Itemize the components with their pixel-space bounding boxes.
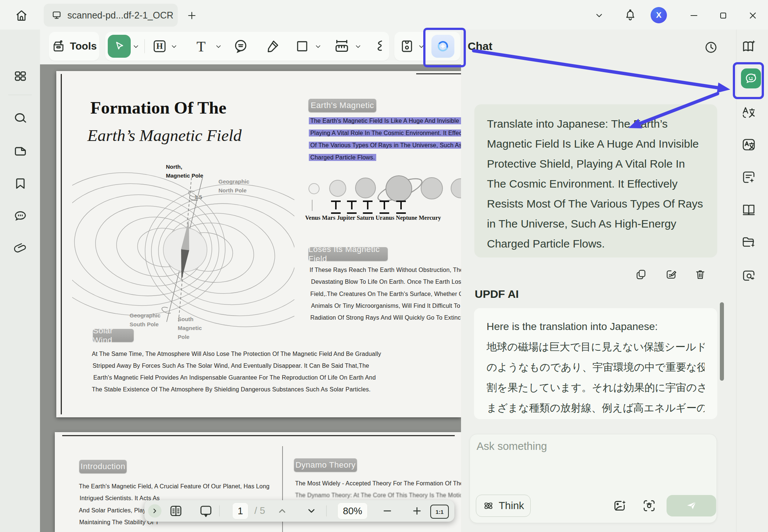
maximize-button[interactable] — [715, 8, 731, 23]
planet-tick-5 — [396, 201, 406, 214]
section-chip-solar-wind: Solar Wind — [93, 329, 134, 342]
scan-edge-line — [61, 74, 62, 414]
chat-history-icon[interactable] — [703, 39, 719, 55]
zoom-in-button[interactable] — [410, 504, 424, 518]
measure-tool-button[interactable] — [333, 37, 351, 55]
sidebar-grid-icon[interactable] — [12, 68, 29, 84]
edit-message-icon[interactable] — [664, 267, 679, 282]
heading-tool-chevron-icon[interactable] — [169, 42, 179, 51]
planet-tick-3 — [363, 201, 373, 214]
section-chip-label: Solar Wind — [93, 326, 134, 345]
pager-collapse-button[interactable] — [148, 504, 161, 518]
doc-text-line: At The Same Time, The Atmosphere Will Al… — [92, 351, 381, 357]
select-tool-button[interactable] — [108, 35, 131, 58]
highlighted-line[interactable]: Playing A Vital Role In The Cosmic Envir… — [309, 130, 461, 137]
diagram-label-geos-1: Geographic — [130, 312, 160, 319]
stamp-tool-button[interactable] — [398, 37, 416, 55]
ai-read-book-icon[interactable] — [741, 38, 757, 54]
chat-scrollbar[interactable] — [720, 302, 724, 381]
ai-japanese-line: 地球の磁場は巨大で目に見えない保護シールド — [487, 337, 705, 357]
planet-venus — [308, 183, 320, 194]
planet-tick-4 — [380, 201, 389, 214]
sidebar-pages-icon[interactable] — [12, 143, 29, 159]
section-chip-label: Earth's Magnetic — [311, 101, 374, 110]
planet-tick-2 — [347, 201, 357, 214]
section-chip-loses-field: Loses Its Magnetic Field — [308, 247, 388, 261]
planet-neptune — [451, 178, 461, 198]
sidebar-search-icon[interactable] — [12, 110, 29, 127]
screenshot-icon[interactable] — [641, 498, 657, 514]
ai-folder-icon[interactable] — [741, 234, 757, 250]
measure-tool-chevron-icon[interactable] — [353, 42, 363, 51]
new-tab-button[interactable] — [184, 8, 199, 23]
select-tool-chevron-icon[interactable] — [131, 42, 141, 51]
doc-text-line: Radiation Of Strong Rays And Will Quickl… — [310, 314, 461, 321]
zoom-out-button[interactable] — [380, 504, 395, 518]
ai-search-icon[interactable] — [741, 267, 757, 284]
highlighted-line[interactable]: The Earth's Magnetic Field Is Like A Hug… — [309, 118, 461, 124]
document-tab[interactable]: scanned-pd...df-2-1_OCR — [44, 4, 178, 27]
sidebar-comments-icon[interactable] — [12, 208, 29, 224]
open-book-icon[interactable] — [741, 202, 757, 218]
shape-tool-chevron-icon[interactable] — [313, 42, 323, 51]
highlighted-line[interactable]: Charged Particle Flows. — [309, 154, 376, 161]
diagram-label-sm-2: Magnetic — [178, 325, 202, 331]
sidebar-attachment-icon[interactable] — [12, 240, 29, 257]
sidebar-bookmark-icon[interactable] — [12, 176, 29, 192]
notifications-bell-icon[interactable] — [622, 7, 638, 24]
send-button[interactable] — [667, 495, 716, 516]
document-tab-title: scanned-pd...df-2-1_OCR — [67, 10, 173, 21]
comment-tool-button[interactable] — [232, 37, 250, 55]
text-tool-chevron-icon[interactable] — [214, 42, 223, 51]
next-page-chevron-icon[interactable] — [304, 504, 319, 518]
two-page-view-icon[interactable] — [168, 503, 184, 519]
annotation-box-ai-toolbar — [423, 28, 466, 67]
tools-button[interactable]: Tools — [49, 32, 99, 61]
actual-size-button[interactable]: 1:1 — [430, 505, 449, 519]
text-tool-button[interactable]: T — [192, 37, 210, 55]
zoom-level-input[interactable]: 80% — [337, 502, 368, 519]
close-button[interactable] — [745, 8, 761, 23]
page-number-input[interactable]: 1 — [232, 502, 248, 519]
doc-text-line: Earth's Magnetic Field Provides An Indis… — [93, 374, 376, 381]
titlebar-chevron-down-icon[interactable] — [592, 9, 606, 22]
chat-input[interactable] — [476, 440, 707, 482]
signature-tool-button[interactable] — [371, 37, 389, 55]
highlighter-tool-button[interactable] — [264, 37, 281, 55]
ai-writer-icon[interactable] — [741, 169, 757, 185]
heading-glyph: H — [156, 41, 163, 51]
copy-message-icon[interactable] — [634, 267, 648, 282]
home-button[interactable] — [13, 7, 30, 24]
insert-image-icon[interactable] — [612, 498, 628, 514]
highlighted-line[interactable]: Of The Various Types Of Rays in The Univ… — [309, 142, 461, 149]
translate-page-icon[interactable] — [741, 137, 757, 153]
shape-tool-button[interactable] — [293, 37, 311, 55]
diagram-label-north-1: North, — [166, 164, 182, 170]
presentation-mode-icon[interactable] — [198, 503, 214, 519]
doc-text-line: Devastating Blow To Life On Earth. Once … — [311, 279, 461, 285]
translate-text-icon[interactable] — [741, 105, 757, 121]
diagram-label-sm-3: Pole — [178, 334, 190, 340]
right-sidebar — [736, 30, 768, 532]
actual-size-label: 1:1 — [435, 509, 444, 515]
delete-message-icon[interactable] — [693, 267, 708, 282]
section-chip-earths-magnetic: Earth's Magnetic — [308, 99, 376, 112]
zoom-level-value: 80% — [343, 505, 362, 517]
heading-tool-button[interactable]: H — [151, 38, 168, 54]
tools-button-label: Tools — [70, 40, 97, 52]
magnetic-field-diagram — [72, 163, 294, 337]
planet-jupiter — [355, 178, 376, 198]
ai-japanese-line: のようなものであり、宇宙環境の中で重要な役 — [487, 357, 705, 377]
user-message-bubble: Translate into Japanese: The Earth’s Mag… — [474, 104, 717, 257]
user-avatar[interactable]: X — [651, 7, 667, 23]
document-viewport[interactable]: Formation Of The Earth’s Magnetic Field — [40, 64, 461, 532]
ai-intro-line: Here is the translation into Japanese: — [487, 316, 705, 337]
sidebar-divider — [8, 95, 32, 95]
send-icon — [685, 499, 698, 512]
previous-page-chevron-icon[interactable] — [275, 504, 290, 518]
think-mode-button[interactable]: Think — [476, 495, 531, 517]
ai-message-card: Here is the translation into Japanese: 地… — [474, 308, 717, 419]
minimize-button[interactable] — [686, 8, 702, 23]
cursor-icon — [113, 40, 126, 53]
ai-japanese-line: まざまな種類の放射線、例えば高エネルギーの — [487, 398, 705, 418]
